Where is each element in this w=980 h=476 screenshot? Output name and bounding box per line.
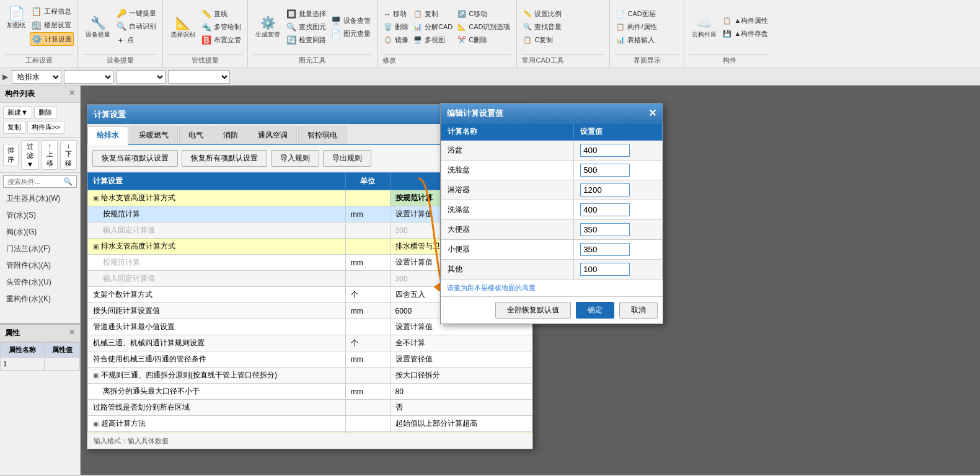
expand-icon[interactable]: ▣ bbox=[93, 372, 99, 379]
one-key-btn[interactable]: 🔑 一键提量 bbox=[115, 7, 157, 19]
add-point-btn[interactable]: ＋ 点 bbox=[115, 33, 157, 47]
props-row-val bbox=[45, 358, 80, 371]
list-item[interactable]: 门法兰(水)(F) bbox=[0, 240, 80, 257]
delete-comp-btn[interactable]: 删除 bbox=[34, 106, 56, 119]
col-header-name: 计算设置 bbox=[88, 173, 346, 190]
table-row: 过路管线是否划分到所在区域 否 bbox=[88, 400, 532, 416]
restore-all-btn[interactable]: 恢复所有项默认设置 bbox=[182, 150, 267, 167]
dropdown-bar: ▶ 给排水 bbox=[0, 68, 980, 86]
calc-setup-btn[interactable]: ⚙️ 计算设置 bbox=[30, 32, 74, 46]
comp-attr-btn[interactable]: 📋构件/属性 bbox=[615, 21, 658, 33]
cad-recog-sel-btn[interactable]: 📐CAD识别选项 bbox=[456, 21, 511, 33]
edit-table-row: 大便器 bbox=[441, 220, 663, 240]
list-item[interactable]: 头管件(水)(U) bbox=[0, 274, 80, 291]
col-header-unit: 单位 bbox=[345, 173, 390, 190]
find-sound-btn[interactable]: 🔍查找音量 bbox=[522, 21, 563, 33]
edit-val-6[interactable] bbox=[580, 263, 630, 276]
comp-lib-btn[interactable]: 构件库>> bbox=[27, 121, 64, 134]
tab-gps[interactable]: 给排水 bbox=[87, 126, 128, 145]
component-sort-toolbar: 排序 过滤▼ ↑上移 ↓下移 bbox=[0, 138, 80, 173]
gen-suit-pipe-btn[interactable]: ⚙️ 生成套管 bbox=[253, 14, 283, 40]
c-delete-btn[interactable]: ✂️C删除 bbox=[456, 34, 511, 46]
tab-dq[interactable]: 电气 bbox=[179, 126, 213, 144]
add-paper-btn[interactable]: 📄 加图纸 bbox=[4, 5, 29, 31]
tab-tfkt[interactable]: 通风空调 bbox=[249, 126, 297, 144]
toolbar-group-label-4: 修改 bbox=[382, 54, 511, 65]
dropdown-1[interactable]: 给排水 bbox=[12, 70, 61, 84]
cancel-btn[interactable]: 取消 bbox=[619, 302, 658, 319]
toolbar-group-label-5: 常用CAD工具 bbox=[522, 54, 604, 65]
toolbar-group-label-1: 设备提量 bbox=[83, 54, 157, 65]
filter-btn[interactable]: 过滤▼ bbox=[21, 140, 39, 170]
expand-icon[interactable]: ▣ bbox=[93, 420, 99, 427]
new-btn[interactable]: 新建▼ bbox=[3, 106, 32, 119]
props-content: 属性名称 属性值 1 bbox=[0, 342, 80, 475]
cad-layer-btn[interactable]: 📄CAD图层 bbox=[615, 8, 658, 20]
search-input[interactable] bbox=[7, 178, 63, 185]
toolbar-group-label-0: 工程设置 bbox=[4, 54, 74, 65]
comp-save-btn[interactable]: 💾▲构件存盘 bbox=[722, 28, 769, 40]
set-scale-btn[interactable]: 📏设置比例 bbox=[522, 8, 563, 20]
dropdown-4[interactable] bbox=[168, 70, 230, 84]
c-copy-btn[interactable]: 📋C复制 bbox=[522, 34, 563, 46]
edit-table-row: 小便器 bbox=[441, 240, 663, 260]
check-loop-btn[interactable]: 🔄 检查回路 bbox=[285, 34, 327, 46]
delete-btn[interactable]: 🗑️删除 bbox=[382, 21, 410, 33]
down-btn[interactable]: ↓下移 bbox=[60, 140, 77, 170]
edit-val-1[interactable] bbox=[580, 164, 630, 177]
props-row-num: 1 bbox=[1, 358, 45, 371]
import-rule-btn[interactable]: 导入规则 bbox=[271, 150, 319, 167]
device-mgmt-btn[interactable]: 🖥️ 设备查管 bbox=[330, 15, 372, 27]
list-item[interactable]: 管附件(水)(A) bbox=[0, 257, 80, 274]
table-row: 符合使用机械三通/四通的管径条件 mm 设置管径值 bbox=[88, 351, 532, 368]
list-item[interactable]: 重构件(水)(K) bbox=[0, 291, 80, 307]
export-rule-btn[interactable]: 导出规则 bbox=[323, 150, 371, 167]
tab-cnrq[interactable]: 采暖燃气 bbox=[130, 126, 178, 144]
tab-zk[interactable]: 智控弱电 bbox=[298, 126, 347, 144]
expand-icon[interactable]: ▣ bbox=[93, 243, 99, 250]
flat-stand-btn[interactable]: 🅱️ 布置立管 bbox=[200, 34, 242, 46]
sort-btn[interactable]: 排序 bbox=[3, 144, 19, 166]
device-propose-btn[interactable]: 🔧 设备提量 bbox=[83, 14, 113, 40]
props-close[interactable]: ✕ bbox=[69, 328, 75, 338]
copy-comp-btn[interactable]: 复制 bbox=[3, 121, 25, 134]
tab-xf[interactable]: 消防 bbox=[214, 126, 247, 144]
edit-footer-buttons: 全部恢复默认值 确定 取消 bbox=[441, 296, 663, 324]
multi-pipe-btn[interactable]: 🔩 多管绘制 bbox=[200, 21, 242, 33]
comp-prop-btn[interactable]: 📋▲构件属性 bbox=[722, 15, 769, 27]
auto-recog-btn[interactable]: 🔍 自动识别 bbox=[115, 20, 157, 32]
element-view-btn[interactable]: 📄 图元查量 bbox=[330, 28, 372, 40]
list-item[interactable]: 卫生器具(水)(W) bbox=[0, 190, 80, 207]
decomp-cad-btn[interactable]: 📊分解CAD bbox=[412, 21, 454, 33]
edit-val-4[interactable] bbox=[580, 223, 630, 236]
project-info-btn[interactable]: 📋 工程信息 bbox=[30, 5, 74, 17]
restore-defaults-btn[interactable]: 全部恢复默认值 bbox=[495, 302, 571, 319]
ok-btn[interactable]: 确定 bbox=[576, 302, 614, 319]
edit-val-2[interactable] bbox=[580, 183, 630, 196]
up-btn[interactable]: ↑上移 bbox=[42, 140, 58, 170]
batch-select-btn[interactable]: 🔲 批量选择 bbox=[285, 8, 327, 20]
table-input-btn[interactable]: 📊表格输入 bbox=[615, 34, 658, 46]
cloud-comp-btn[interactable]: ☁️ 云构件库 bbox=[689, 14, 719, 40]
move-btn[interactable]: ↔️移动 bbox=[382, 8, 410, 20]
expand-icon[interactable]: ▣ bbox=[93, 195, 99, 201]
straight-line-btn[interactable]: 📏 直线 bbox=[200, 8, 242, 20]
copy-btn[interactable]: 📋复制 bbox=[412, 8, 454, 20]
find-element-btn[interactable]: 🔍 查找图元 bbox=[285, 21, 327, 33]
select-recog-btn[interactable]: 📐 选择识别 bbox=[168, 14, 198, 40]
c-move-btn[interactable]: ↗️C移动 bbox=[456, 8, 511, 20]
edit-col2: 设置值 bbox=[574, 123, 663, 141]
list-item[interactable]: 阀(水)(G) bbox=[0, 224, 80, 240]
edit-val-0[interactable] bbox=[580, 144, 630, 157]
edit-val-5[interactable] bbox=[580, 243, 630, 256]
mirror-btn[interactable]: 🪞镜像 bbox=[382, 34, 410, 46]
list-item[interactable]: 管(水)(S) bbox=[0, 207, 80, 224]
multi-view-btn[interactable]: 🖥️多视图 bbox=[412, 34, 454, 46]
dropdown-2[interactable] bbox=[64, 70, 113, 84]
edit-dialog-close[interactable]: ✕ bbox=[648, 107, 656, 119]
edit-val-3[interactable] bbox=[580, 203, 630, 216]
floor-setup-btn[interactable]: 🏢 楼层设置 bbox=[30, 19, 74, 31]
restore-current-btn[interactable]: 恢复当前项默认设置 bbox=[92, 150, 178, 167]
dropdown-3[interactable] bbox=[116, 70, 166, 84]
component-panel-close[interactable]: ✕ bbox=[69, 89, 75, 99]
